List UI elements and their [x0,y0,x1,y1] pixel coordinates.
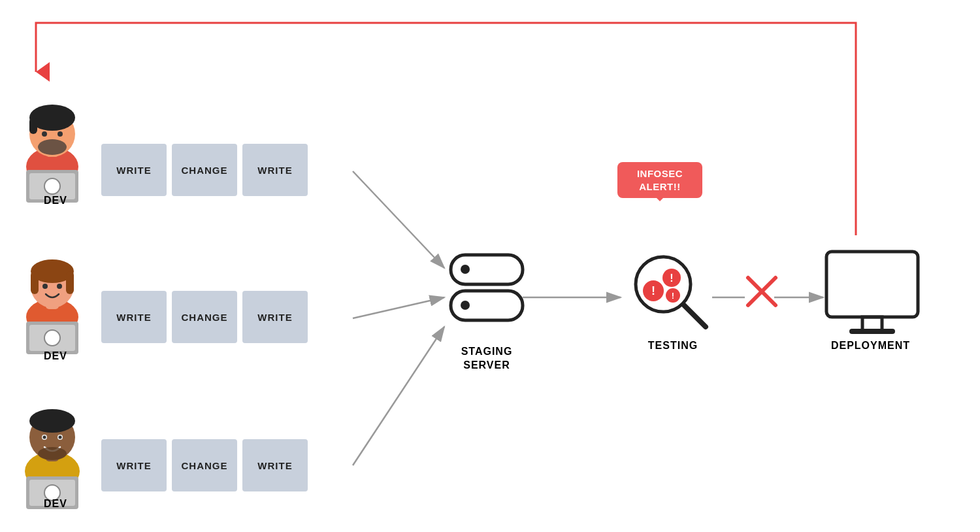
svg-line-5 [353,327,444,465]
svg-rect-25 [849,329,895,334]
svg-rect-9 [451,255,523,284]
svg-rect-24 [862,317,882,331]
svg-rect-45 [26,322,78,354]
deployment-label: DEPLOYMENT [820,340,921,352]
action-box-write-2-2: WRITE [242,291,308,343]
svg-rect-38 [46,297,59,309]
svg-rect-46 [29,325,75,351]
svg-point-29 [29,105,75,131]
svg-line-14 [683,305,706,327]
svg-point-28 [29,111,75,157]
action-box-write-2-1: WRITE [101,291,167,343]
svg-rect-27 [46,144,59,157]
svg-rect-23 [826,252,918,317]
svg-rect-41 [31,271,39,294]
svg-text:!: ! [672,291,674,301]
action-box-write-3-1: WRITE [101,439,167,491]
svg-rect-30 [29,118,37,134]
infosec-alert-bubble: INFOSEC ALERT!! [617,162,702,198]
action-box-change-2: CHANGE [172,291,237,343]
svg-point-43 [42,284,48,289]
svg-point-50 [29,414,75,460]
dev3-label: DEV [33,498,78,510]
svg-point-10 [461,265,470,274]
svg-line-4 [353,297,444,318]
action-box-write-1-2: WRITE [242,144,308,196]
svg-point-26 [26,147,78,186]
svg-point-31 [42,131,47,137]
svg-point-32 [57,131,63,137]
svg-point-56 [38,447,67,460]
svg-point-51 [29,409,75,433]
svg-line-21 [748,278,776,305]
svg-rect-49 [46,448,59,461]
svg-rect-42 [66,271,74,294]
action-row-3: WRITE CHANGE WRITE [101,439,308,491]
action-row-2: WRITE CHANGE WRITE [101,291,308,343]
svg-point-36 [44,178,60,194]
action-box-write-1-1: WRITE [101,144,167,196]
staging-server-label: STAGING SERVER [451,345,523,373]
svg-text:!: ! [670,273,673,284]
svg-point-40 [31,259,74,283]
testing-label: TESTING [637,340,709,352]
svg-point-17 [662,269,681,287]
dev1-label: DEV [33,195,78,207]
svg-point-13 [636,257,691,312]
svg-point-54 [43,436,46,439]
svg-point-33 [38,139,67,155]
svg-point-53 [57,435,63,440]
svg-point-52 [42,435,47,440]
svg-point-37 [26,299,78,335]
svg-point-44 [57,284,62,289]
svg-point-55 [59,436,62,439]
svg-point-19 [666,288,680,303]
svg-point-48 [25,452,80,491]
svg-point-47 [44,330,60,346]
action-row-1: WRITE CHANGE WRITE [101,144,308,196]
action-box-change-3: CHANGE [172,439,237,491]
svg-point-12 [461,301,470,310]
dev2-label: DEV [33,350,78,362]
svg-line-3 [353,171,444,268]
svg-point-15 [643,280,664,301]
diagram-container: ! ! ! [0,0,980,532]
action-box-change-1: CHANGE [172,144,237,196]
svg-point-39 [31,265,74,308]
svg-line-22 [748,278,776,305]
svg-text:!: ! [651,284,655,297]
action-box-write-3-2: WRITE [242,439,308,491]
svg-rect-11 [451,291,523,320]
